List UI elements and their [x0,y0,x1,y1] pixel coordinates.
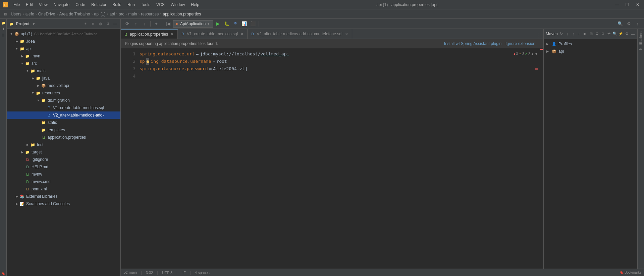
tree-item-templates[interactable]: 📁 templates [7,126,120,134]
maven-params-icon[interactable]: ⇌ [606,31,611,37]
menu-code[interactable]: Code [73,2,88,8]
tree-item-mvn[interactable]: ▶ 📁 .mvn [7,52,120,60]
maven-generate-icon[interactable]: ↓ [565,31,570,37]
vcs-push-icon[interactable]: ↑ [132,20,140,28]
tree-item-v1sql[interactable]: 🗋 V1_create-table-medicos.sql [7,104,120,111]
vcs-fetch-icon[interactable]: ↓ [141,20,148,28]
status-branch[interactable]: ⎇ main [123,270,137,275]
tree-item-helpmd[interactable]: 🗋 HELP.md [7,163,120,171]
tree-item-src[interactable]: ▼ 📁 src [7,60,120,67]
editor-scrollbar[interactable] [539,48,543,269]
maven-item-profiles[interactable]: ▶ 👤 Profiles [544,40,637,48]
maven-skip-icon[interactable]: ⊘ [600,31,605,37]
breadcrumb-appprop[interactable]: application.properties [163,12,201,16]
tree-item-extlib[interactable]: ▶ 📚 External Libraries [7,193,120,200]
status-bookmarks-icon[interactable]: 🔖 Bookmarks [620,271,641,274]
breadcrumb-resources[interactable]: resources [141,12,159,16]
debug-button[interactable]: 🐛 [223,20,230,28]
structure-icon[interactable]: ☰ [1,32,6,38]
menu-navigate[interactable]: Navigate [51,2,72,8]
tab-close-v1sql[interactable]: ✕ [240,32,244,36]
plugin-ignore-link[interactable]: Ignore extension [505,41,535,46]
menu-window[interactable]: Window [168,2,188,8]
tree-item-target[interactable]: ▶ 📁 target [7,148,120,156]
settings-icon[interactable]: ⚙ [105,21,110,27]
maven-refresh-icon[interactable]: ↻ [559,31,564,37]
commit-icon[interactable]: ⬆ [1,26,6,32]
project-icon[interactable]: 📁 [1,20,6,26]
profiler-button[interactable]: 📊 [240,20,248,28]
search-everywhere-icon[interactable]: 🔍 [616,20,624,28]
close-button[interactable]: ✕ [634,2,641,8]
tree-item-scratches[interactable]: ▶ 📝 Scratches and Consoles [7,200,120,208]
settings-icon[interactable]: ⚙ [625,20,633,28]
menu-file[interactable]: File [11,2,22,8]
maven-add-icon[interactable]: + [577,31,582,37]
maven-layout-icon[interactable]: ⊞ [589,31,594,37]
locate-icon[interactable]: ◎ [98,21,103,27]
tree-item-resources[interactable]: ▼ 📁 resources [7,89,120,97]
tree-item-mvnwcmd[interactable]: 🗋 mvnw.cmd [7,178,120,185]
nav-up-icon[interactable]: ▲ [531,50,534,58]
tree-item-med[interactable]: ▶ 📦 med.voll.api [7,82,120,89]
code-editor[interactable]: spring.datasource.url=jdbc:mysql://local… [137,48,519,269]
tree-item-api1[interactable]: ▼ 📦 api (1) C:\Users\alefe\OneDrive\Área… [7,30,120,38]
tab-appprop[interactable]: 🗋 application.properties ✕ [121,29,178,39]
tree-item-v2sql[interactable]: 🗋 V2_alter-table-medicos-add- [7,111,120,119]
add-config-icon[interactable]: + [153,20,160,28]
run-config-dropdown[interactable]: ▶ ApiApplication ▼ [173,20,213,28]
debug-back-icon[interactable]: |◀ [164,20,172,28]
tree-item-static[interactable]: 📁 static [7,119,120,126]
new-file-icon[interactable]: + [83,21,88,27]
tree-item-test[interactable]: ▶ 📁 test [7,141,120,148]
nav-down-icon[interactable]: ▼ [535,50,538,58]
panel-minimize-icon[interactable]: — [630,31,635,37]
notifications-label[interactable]: Notifications [638,29,643,52]
maximize-button[interactable]: ❐ [624,2,631,8]
status-indent[interactable]: 4 spaces [195,271,210,275]
menu-vcs[interactable]: VCS [154,2,167,8]
maven-settings-icon[interactable]: ⚙ [595,31,600,37]
plugin-install-link[interactable]: Install wI Spring Assistant plugin [444,41,501,46]
maven-item-api[interactable]: ▶ 📦 api [544,48,637,55]
breadcrumb-alefe[interactable]: alefe [25,12,34,16]
menu-edit[interactable]: Edit [23,2,36,8]
breadcrumb-api[interactable]: api [109,12,115,16]
tree-item-gitignore[interactable]: 🗋 .gitignore [7,156,120,163]
tree-item-appprop[interactable]: 🗋 application.properties [7,134,120,141]
breadcrumb-areatrabalho[interactable]: Área de Trabalho [59,12,90,16]
menu-run[interactable]: Run [125,2,138,8]
menu-view[interactable]: View [36,2,50,8]
tab-close-appprop[interactable]: ✕ [170,32,174,36]
breadcrumb-main[interactable]: main [128,12,137,16]
breadcrumb-api1[interactable]: api (1) [94,12,105,16]
run-button[interactable]: ▶ [214,20,222,28]
vcs-update-icon[interactable]: ⟳ [123,20,131,28]
status-encoding[interactable]: UTF-8 [162,271,172,275]
menu-help[interactable]: Help [188,2,202,8]
update-icon[interactable]: ↑ [634,20,641,28]
tab-v1sql[interactable]: 🗋 V1_create-table-medicos.sql ✕ [178,29,248,39]
maven-tasks-icon[interactable]: ⚡ [619,31,624,37]
maven-download-icon[interactable]: ↑ [571,31,576,37]
breadcrumb-src[interactable]: src [119,12,124,16]
coverage-button[interactable]: ☂ [232,20,239,28]
tabs-overflow-menu[interactable]: ⋮ [533,32,543,39]
minimize-button[interactable]: — [613,2,621,8]
maven-run-icon[interactable]: ▶ [583,31,588,37]
tree-item-api[interactable]: ▼ 📁 api [7,45,120,52]
tree-item-pom[interactable]: 🗋 pom.xml [7,185,120,193]
tab-v2sql[interactable]: 🗋 V2_alter-table-medicos-add-column-tele… [248,29,352,39]
tree-item-mvnw[interactable]: 🗋 mvnw [7,171,120,178]
tree-item-main[interactable]: ▼ 📁 main [7,67,120,75]
collapse-all-icon[interactable]: ≡ [90,21,96,27]
tree-item-java[interactable]: ▶ 📁 java [7,75,120,82]
breadcrumb-users[interactable]: Users [11,12,21,16]
tree-item-idea[interactable]: ▶ 📁 .idea [7,38,120,45]
menu-tools[interactable]: Tools [138,2,153,8]
status-line-ending[interactable]: LF [181,271,186,275]
minimize-panel-icon[interactable]: — [112,21,118,27]
bookmarks-strip-icon[interactable]: 🔖 [1,271,6,276]
breadcrumb-onedrive[interactable]: OneDrive [38,12,55,16]
maven-search-icon[interactable]: 🔍 [612,31,618,37]
